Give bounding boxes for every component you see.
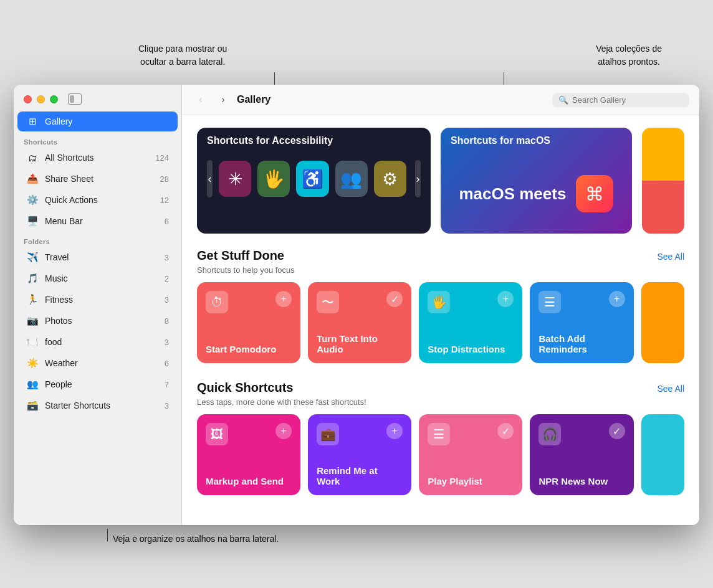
menu-bar-count: 6: [165, 217, 169, 226]
people-label: People: [45, 379, 162, 389]
quick-shortcuts-title: Quick Shortcuts: [197, 381, 293, 395]
sidebar-toggle-button[interactable]: [68, 93, 82, 105]
all-shortcuts-label: All Shortcuts: [45, 153, 153, 163]
shortcuts-section-title: Shortcuts: [14, 132, 181, 147]
get-stuff-done-title: Get Stuff Done: [197, 249, 284, 263]
titlebar: [14, 85, 181, 111]
card-stop-distractions[interactable]: 🖐 + Stop Distractions: [419, 282, 522, 363]
sidebar-item-menu-bar[interactable]: 🖥️ Menu Bar 6: [17, 211, 178, 231]
markup-icon: 🖼: [206, 423, 228, 445]
search-box[interactable]: 🔍: [552, 93, 689, 107]
sidebar-item-food[interactable]: 🍽️ food 3: [17, 332, 178, 352]
food-icon: 🍽️: [26, 336, 39, 348]
card-turn-text-audio[interactable]: 〜 ✓ Turn Text Into Audio: [308, 282, 411, 363]
sidebar-item-music[interactable]: 🎵 Music 2: [17, 268, 178, 288]
acc-icon-people: 👥: [335, 161, 368, 197]
sidebar-item-gallery[interactable]: ⊞ Gallery: [17, 111, 178, 131]
card-top: 💼 +: [317, 423, 403, 445]
starter-shortcuts-label: Starter Shortcuts: [45, 401, 162, 410]
travel-icon: ✈️: [26, 251, 39, 263]
sidebar-item-people[interactable]: 👥 People 7: [17, 374, 178, 394]
weather-label: Weather: [45, 358, 162, 368]
text-audio-icon: 〜: [317, 291, 339, 313]
quick-actions-label: Quick Actions: [45, 195, 158, 205]
toolbar-title: Gallery: [237, 94, 270, 105]
card-remind-work[interactable]: 💼 + Remind Me at Work: [308, 414, 411, 495]
card-top: ☰ ✓: [428, 423, 514, 445]
sidebar-item-starter-shortcuts[interactable]: 🗃️ Starter Shortcuts 3: [17, 396, 178, 415]
npr-news-label: NPR News Now: [538, 476, 624, 486]
get-stuff-done-header: Get Stuff Done See All: [197, 249, 684, 263]
add-markup-btn[interactable]: +: [275, 423, 292, 439]
shortcuts-app-icon: ⌘: [576, 175, 613, 212]
card-top: ☰ +: [538, 291, 624, 313]
card-partial[interactable]: [641, 282, 684, 363]
people-count: 7: [165, 380, 169, 389]
card-markup-send[interactable]: 🖼 + Markup and Send: [197, 414, 300, 495]
add-batch-reminders-btn[interactable]: +: [609, 291, 625, 307]
photos-count: 8: [165, 316, 169, 326]
annotation-sidebar-toggle: Clique para mostrar ou ocultar a barra l…: [138, 42, 227, 69]
sidebar-item-travel[interactable]: ✈️ Travel 3: [17, 247, 178, 267]
music-count: 2: [165, 274, 169, 283]
menu-bar-icon: 🖥️: [26, 215, 39, 227]
close-button[interactable]: [24, 95, 32, 103]
main-content: Shortcuts for Accessibility ‹ ✳ 🖐 ♿ 👥 ⚙ …: [182, 115, 699, 525]
back-button[interactable]: ‹: [192, 91, 209, 108]
add-stop-distractions-btn[interactable]: +: [497, 291, 514, 307]
maximize-button[interactable]: [50, 95, 58, 103]
search-icon: 🔍: [558, 95, 568, 105]
add-pomodoro-btn[interactable]: +: [275, 291, 292, 307]
music-label: Music: [45, 273, 162, 283]
pomodoro-icon: ⏱: [206, 291, 228, 313]
pomodoro-label: Start Pomodoro: [206, 344, 292, 354]
playlist-icon: ☰: [428, 423, 450, 445]
quick-shortcuts-subtitle: Less taps, more done with these fast sho…: [197, 397, 684, 407]
acc-icon-settings: ⚙: [374, 161, 406, 197]
check-playlist-btn[interactable]: ✓: [497, 423, 514, 439]
card-top: ⏱ +: [206, 291, 292, 313]
folders-section-title: Folders: [14, 232, 181, 247]
sidebar-item-fitness[interactable]: 🏃 Fitness 3: [17, 290, 178, 310]
forward-button[interactable]: ›: [214, 91, 232, 108]
stop-distractions-icon: 🖐: [428, 291, 450, 313]
sidebar-item-share-sheet[interactable]: 📤 Share Sheet 28: [17, 169, 178, 189]
gallery-label: Gallery: [45, 116, 169, 126]
quick-actions-icon: ⚙️: [26, 194, 39, 206]
card-npr-news[interactable]: 🎧 ✓ NPR News Now: [530, 414, 633, 495]
get-stuff-done-see-all[interactable]: See All: [657, 252, 684, 262]
check-npr-btn[interactable]: ✓: [609, 423, 625, 439]
sidebar-item-photos[interactable]: 📷 Photos 8: [17, 311, 178, 331]
sidebar-item-all-shortcuts[interactable]: 🗂 All Shortcuts 124: [17, 148, 178, 168]
starter-shortcuts-icon: 🗃️: [26, 399, 39, 412]
quick-shortcuts-header: Quick Shortcuts See All: [197, 381, 684, 395]
sidebar-item-quick-actions[interactable]: ⚙️ Quick Actions 12: [17, 190, 178, 210]
travel-label: Travel: [45, 252, 162, 262]
travel-count: 3: [165, 253, 169, 262]
quick-shortcuts-see-all[interactable]: See All: [657, 384, 684, 394]
featured-banners: Shortcuts for Accessibility ‹ ✳ 🖐 ♿ 👥 ⚙ …: [197, 128, 684, 234]
all-shortcuts-count: 124: [155, 153, 169, 163]
quick-shortcuts-cards: 🖼 + Markup and Send 💼 + Remind Me at Wor…: [197, 414, 684, 495]
get-stuff-done-section: Get Stuff Done See All Shortcuts to help…: [197, 249, 684, 363]
starter-shortcuts-count: 3: [165, 401, 169, 410]
remind-work-icon: 💼: [317, 423, 339, 445]
acc-icon-hand: 🖐: [257, 161, 290, 197]
fitness-count: 3: [165, 295, 169, 305]
acc-icon-asterisk: ✳: [219, 161, 251, 197]
card-top: 🖼 +: [206, 423, 292, 445]
minimize-button[interactable]: [37, 95, 45, 103]
search-input[interactable]: [572, 95, 683, 105]
card-partial-2[interactable]: [641, 414, 684, 495]
add-remind-work-btn[interactable]: +: [386, 423, 403, 439]
share-sheet-count: 28: [160, 174, 169, 184]
check-text-audio-btn[interactable]: ✓: [386, 291, 403, 307]
card-batch-add-reminders[interactable]: ☰ + Batch Add Reminders: [530, 282, 633, 363]
card-start-pomodoro[interactable]: ⏱ + Start Pomodoro: [197, 282, 300, 363]
people-icon: 👥: [26, 378, 39, 391]
sidebar-item-weather[interactable]: ☀️ Weather 6: [17, 353, 178, 373]
card-play-playlist[interactable]: ☰ ✓ Play Playlist: [419, 414, 522, 495]
markup-send-label: Markup and Send: [206, 476, 292, 486]
stop-distractions-label: Stop Distractions: [428, 344, 514, 354]
weather-count: 6: [165, 359, 169, 368]
